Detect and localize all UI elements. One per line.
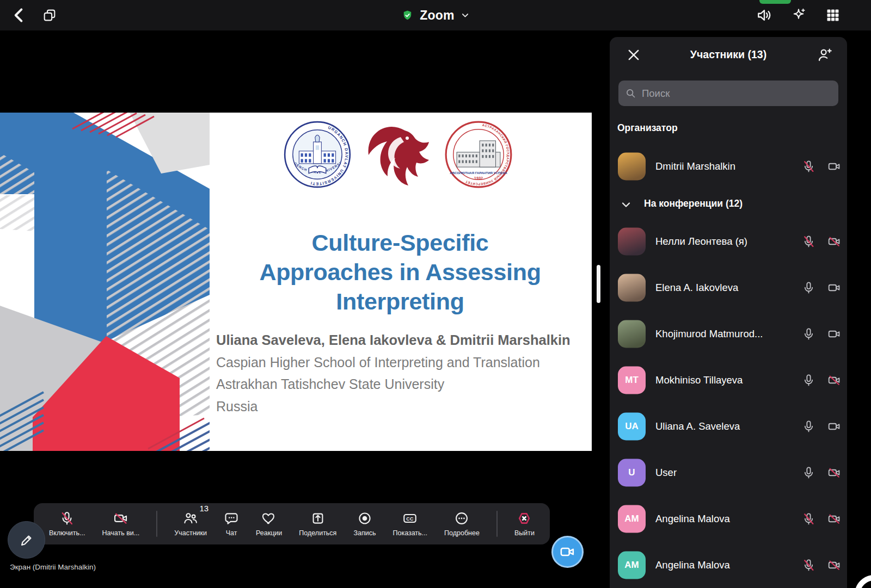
meeting-toolbar: Включить...Начать ви...13УчастникиЧатРеа… bbox=[34, 503, 550, 544]
slide-geometric-art bbox=[0, 113, 210, 451]
participant-row[interactable]: Khojimurod Matmurod... bbox=[610, 311, 847, 357]
video-camera-icon bbox=[559, 543, 576, 560]
mic-on-icon bbox=[802, 327, 815, 341]
slide-country: Russia bbox=[216, 395, 571, 418]
participant-name: Angelina Malova bbox=[655, 559, 730, 571]
slide-affiliation-1: Caspian Higher School of Interpreting an… bbox=[216, 351, 571, 374]
participant-row[interactable]: UUser bbox=[610, 449, 847, 496]
toolbar-share-button[interactable]: Поделиться bbox=[299, 511, 336, 537]
chevron-down-icon bbox=[461, 11, 470, 20]
presentation-slide: URGANCH DAVLAT UNIVERSITETI URGENCH STAT… bbox=[0, 113, 592, 451]
toolbar-record-button[interactable]: Запись bbox=[353, 511, 376, 537]
camera-on-icon bbox=[827, 419, 841, 433]
participants-icon: 13 bbox=[183, 511, 198, 526]
avatar bbox=[618, 227, 646, 255]
participant-row[interactable]: Elena A. Iakovleva bbox=[610, 264, 847, 311]
mic-muted-icon bbox=[802, 512, 815, 525]
mic-on-icon bbox=[802, 466, 815, 479]
video-preview-button[interactable] bbox=[551, 536, 584, 568]
toolbar-participants-button[interactable]: 13Участники bbox=[174, 511, 207, 537]
avatar: AM bbox=[618, 505, 646, 533]
participant-row[interactable]: Dmitrii Marshalkin bbox=[610, 143, 847, 189]
organizer-row-container: Dmitrii Marshalkin bbox=[610, 143, 847, 189]
participants-title: Участники (13) bbox=[610, 48, 847, 61]
share-icon bbox=[310, 511, 326, 526]
participant-name: Mokhiniso Tillayeva bbox=[655, 374, 743, 386]
mic-on-icon bbox=[802, 373, 815, 387]
pencil-icon bbox=[19, 532, 35, 548]
toolbar-leave-button[interactable]: Выйти bbox=[514, 511, 535, 537]
window-title[interactable]: Zoom bbox=[0, 0, 871, 30]
sparkle-ai-icon[interactable] bbox=[790, 7, 807, 23]
toolbar-button-label: Включить... bbox=[49, 529, 85, 537]
mic-muted-icon bbox=[802, 558, 815, 572]
toolbar-divider bbox=[496, 511, 498, 537]
slide-author-block: Uliana Saveleva, Elena Iakovleva & Dmitr… bbox=[216, 329, 571, 417]
avatar: UA bbox=[618, 412, 646, 440]
camera-off-icon bbox=[827, 558, 841, 572]
camera-off-icon bbox=[827, 373, 841, 387]
slide-affiliation-2: Astrakhan Tatishchev State University bbox=[216, 373, 571, 395]
svg-text:АБСОЛЮТНАЯ ГАРАНТИЯ УСПЕХА: АБСОЛЮТНАЯ ГАРАНТИЯ УСПЕХА bbox=[450, 171, 507, 175]
cc-icon: CC bbox=[402, 511, 418, 526]
panel-drag-handle[interactable] bbox=[597, 265, 600, 303]
person-add-icon bbox=[817, 47, 833, 63]
toolbar-button-label: Поделиться bbox=[299, 529, 336, 537]
avatar: MT bbox=[618, 366, 646, 394]
in-meeting-section-header[interactable]: На конференции (12) bbox=[610, 195, 847, 214]
toolbar-button-label: Подробнее bbox=[444, 529, 480, 537]
astrakhan-university-logo: АСТРАХАНСКИЙ ГОСУДАРСТВЕННЫЙ УНИВЕРСИТЕТ bbox=[444, 120, 513, 189]
collapse-chevron-icon bbox=[619, 198, 633, 211]
participant-row[interactable]: UAUliana A. Saveleva bbox=[610, 403, 847, 449]
add-participant-button[interactable] bbox=[817, 47, 833, 63]
search-input[interactable] bbox=[641, 87, 832, 100]
toolbar-button-label: Участники bbox=[174, 529, 207, 537]
volume-icon[interactable] bbox=[756, 7, 773, 24]
avatar: AM bbox=[618, 551, 646, 579]
toolbar-chat-button[interactable]: Чат bbox=[224, 511, 239, 537]
toolbar-button-label: Чат bbox=[226, 529, 237, 537]
participant-name: Angelina Malova bbox=[655, 513, 730, 525]
participant-name: Khojimurod Matmurod... bbox=[655, 328, 763, 340]
zoom-meeting-screen: Zoom bbox=[0, 0, 871, 588]
in-meeting-section-label: На конференции (12) bbox=[644, 198, 743, 209]
svg-text:1932: 1932 bbox=[474, 176, 483, 181]
toolbar-cam-off-button[interactable]: Начать ви... bbox=[102, 511, 140, 537]
slide-title: Culture-Specific Approaches in Assessing… bbox=[201, 228, 592, 316]
search-icon bbox=[625, 88, 636, 99]
participant-list: Нелли Леонтева (я)Elena A. IakovlevaKhoj… bbox=[610, 218, 847, 588]
participants-panel: Участники (13) Организатор Dmitrii Marsh… bbox=[610, 37, 847, 588]
toolbar-button-label: Реакции bbox=[256, 529, 282, 537]
participants-header: Участники (13) bbox=[610, 37, 847, 73]
avatar bbox=[618, 320, 646, 348]
toolbar-button-label: Запись bbox=[353, 529, 376, 537]
urgench-university-logo: URGANCH DAVLAT UNIVERSITETI URGENCH STAT… bbox=[283, 120, 352, 189]
shared-screen-label: Экран (Dmitrii Marshalkin) bbox=[10, 563, 96, 571]
participant-row[interactable]: AMAngelina Malova bbox=[610, 496, 847, 542]
apps-grid-icon[interactable] bbox=[825, 8, 841, 23]
participant-row[interactable]: AMAngelina Malova bbox=[610, 542, 847, 588]
leave-icon bbox=[517, 511, 532, 526]
toolbar-more-button[interactable]: Подробнее bbox=[444, 511, 480, 537]
participant-name: Dmitrii Marshalkin bbox=[655, 160, 735, 172]
organizer-section-label: Организатор bbox=[617, 122, 678, 134]
top-bar: Zoom bbox=[0, 0, 871, 30]
annotate-button[interactable] bbox=[8, 521, 45, 559]
participant-search[interactable] bbox=[618, 81, 838, 106]
participant-name: Uliana A. Saveleva bbox=[655, 420, 740, 432]
participant-row[interactable]: MTMokhiniso Tillayeva bbox=[610, 357, 847, 403]
slide-authors-line: Uliana Saveleva, Elena Iakovleva & Dmitr… bbox=[216, 329, 571, 351]
phoenix-emblem-logo bbox=[363, 120, 433, 189]
camera-on-icon bbox=[827, 281, 841, 294]
heart-icon bbox=[261, 511, 277, 526]
chat-icon bbox=[224, 511, 239, 526]
toolbar-heart-button[interactable]: Реакции bbox=[256, 511, 282, 537]
toolbar-button-label: Начать ви... bbox=[102, 529, 140, 537]
avatar: U bbox=[618, 459, 646, 486]
camera-off-icon bbox=[827, 466, 841, 479]
toolbar-mic-off-button[interactable]: Включить... bbox=[49, 511, 85, 537]
participant-row[interactable]: Нелли Леонтева (я) bbox=[610, 218, 847, 264]
svg-text:CC: CC bbox=[406, 516, 414, 522]
participant-name: Нелли Леонтева (я) bbox=[655, 236, 747, 247]
toolbar-cc-button[interactable]: CCПоказать... bbox=[392, 511, 427, 537]
